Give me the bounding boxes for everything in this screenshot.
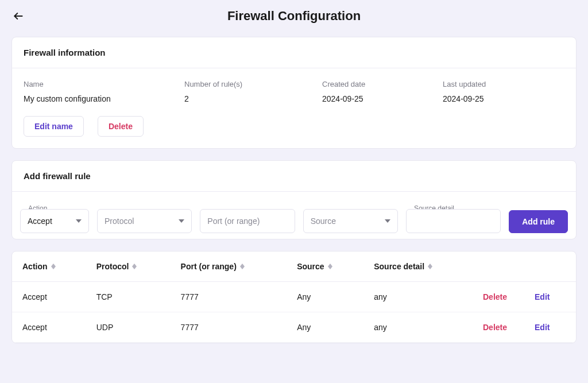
th-blank-edit xyxy=(524,252,576,282)
protocol-select[interactable]: Protocol xyxy=(97,209,192,233)
th-source[interactable]: Source xyxy=(287,252,363,282)
page-header: Firewall Configuration xyxy=(0,0,588,32)
row-delete-button[interactable]: Delete xyxy=(483,292,507,301)
edit-name-button[interactable]: Edit name xyxy=(24,116,84,137)
firewall-info-card: Firewall information Name Number of rule… xyxy=(11,37,577,149)
firewall-info-title: Firewall information xyxy=(12,37,576,68)
source-select-field: Source xyxy=(303,209,398,233)
source-placeholder: Source xyxy=(311,216,336,226)
value-name: My custom configuration xyxy=(24,94,184,103)
th-source-label: Source xyxy=(297,262,324,271)
label-updated: Last updated xyxy=(443,80,564,88)
port-input[interactable] xyxy=(207,210,287,233)
rules-tbody: Accept TCP 7777 Any any Delete Edit Acce… xyxy=(12,282,576,343)
th-protocol-label: Protocol xyxy=(96,262,129,271)
value-created: 2024-09-25 xyxy=(322,94,443,103)
port-input-field xyxy=(200,209,295,233)
arrow-left-icon xyxy=(13,10,24,22)
row-edit-button[interactable]: Edit xyxy=(535,292,550,301)
value-num-rules: 2 xyxy=(184,94,322,103)
page-title: Firewall Configuration xyxy=(227,9,361,24)
label-num-rules: Number of rule(s) xyxy=(184,80,322,88)
source-detail-input[interactable] xyxy=(413,210,493,233)
cell-port: 7777 xyxy=(171,312,287,343)
source-detail-input-wrapper xyxy=(406,209,501,233)
th-action-label: Action xyxy=(22,262,48,271)
th-source-detail[interactable]: Source detail xyxy=(363,252,473,282)
cell-protocol: UDP xyxy=(86,312,171,343)
cell-source: Any xyxy=(287,312,363,343)
th-port-label: Port (or range) xyxy=(181,262,237,271)
cell-protocol: TCP xyxy=(86,282,171,312)
action-select-field: Action Accept xyxy=(20,209,89,233)
rules-table: Action Protocol xyxy=(12,252,576,343)
source-detail-field: Source detail xyxy=(406,209,501,233)
firewall-info-buttons: Edit name Delete xyxy=(24,116,564,137)
th-source-detail-label: Source detail xyxy=(374,262,424,271)
sort-icon xyxy=(240,264,245,269)
firewall-info-body: Name Number of rule(s) Created date Last… xyxy=(12,68,576,148)
th-action[interactable]: Action xyxy=(12,252,86,282)
action-select-value: Accept xyxy=(28,216,52,226)
sort-icon xyxy=(328,264,332,269)
table-row: Accept UDP 7777 Any any Delete Edit xyxy=(12,312,576,343)
add-rule-card: Add firewall rule Action Accept Protocol xyxy=(11,160,577,239)
rules-table-card: Action Protocol xyxy=(11,251,577,343)
th-protocol[interactable]: Protocol xyxy=(86,252,171,282)
th-blank-delete xyxy=(473,252,524,282)
firewall-info-grid: Name Number of rule(s) Created date Last… xyxy=(24,80,564,103)
sort-icon xyxy=(51,264,56,269)
caret-down-icon xyxy=(179,219,184,223)
row-delete-button[interactable]: Delete xyxy=(483,323,507,332)
cell-source-detail: any xyxy=(363,282,473,312)
table-header-row: Action Protocol xyxy=(12,252,576,282)
cell-action: Accept xyxy=(12,312,86,343)
row-edit-button[interactable]: Edit xyxy=(535,323,550,332)
sort-icon xyxy=(428,264,432,269)
label-name: Name xyxy=(24,80,184,88)
cell-source-detail: any xyxy=(363,312,473,343)
cell-port: 7777 xyxy=(171,282,287,312)
caret-down-icon xyxy=(76,219,82,223)
th-port[interactable]: Port (or range) xyxy=(171,252,287,282)
port-input-wrapper xyxy=(200,209,295,233)
cell-action: Accept xyxy=(12,282,86,312)
action-select[interactable]: Accept xyxy=(20,209,89,233)
table-row: Accept TCP 7777 Any any Delete Edit xyxy=(12,282,576,312)
protocol-select-field: Protocol xyxy=(97,209,192,233)
add-rule-form: Action Accept Protocol Sour xyxy=(12,192,576,239)
delete-config-button[interactable]: Delete xyxy=(98,116,144,137)
cell-source: Any xyxy=(287,282,363,312)
value-updated: 2024-09-25 xyxy=(443,94,564,103)
add-rule-title: Add firewall rule xyxy=(12,161,576,192)
caret-down-icon xyxy=(385,219,390,223)
label-created: Created date xyxy=(322,80,443,88)
source-select[interactable]: Source xyxy=(303,209,398,233)
back-button[interactable] xyxy=(11,9,25,23)
protocol-placeholder: Protocol xyxy=(105,216,134,226)
add-rule-button[interactable]: Add rule xyxy=(509,210,568,233)
sort-icon xyxy=(132,264,137,269)
